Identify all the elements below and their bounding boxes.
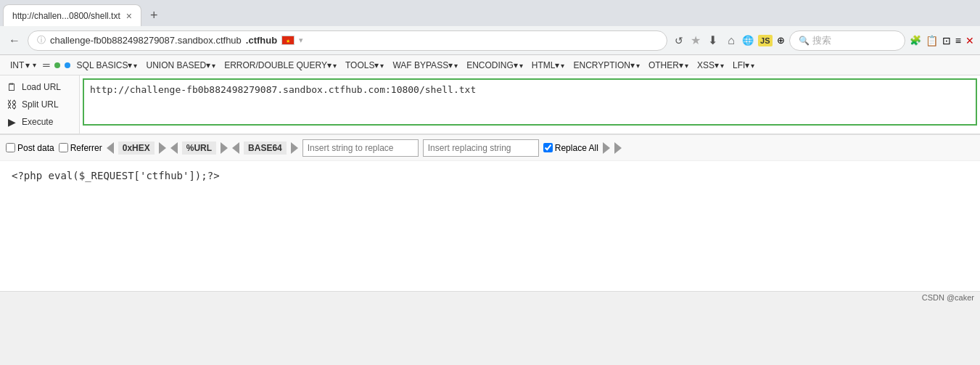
- globe-icon[interactable]: 🌐: [742, 35, 754, 46]
- search-icon: 🔍: [799, 36, 810, 46]
- sidebar-icon[interactable]: ⊡: [942, 35, 951, 46]
- base64-label: BASE64: [244, 142, 287, 155]
- execute-label: Execute: [22, 117, 53, 127]
- load-url-label: Load URL: [22, 82, 61, 92]
- menu-html[interactable]: HTML▾: [527, 59, 569, 72]
- execute-icon: ▶: [6, 116, 17, 128]
- split-url-label: Split URL: [22, 99, 59, 110]
- blue-dot: [65, 62, 70, 68]
- url-input[interactable]: http://challenge-fb0b882498279087.sandbo…: [83, 78, 977, 126]
- url-label: %URL: [182, 142, 216, 155]
- green-dot: [54, 62, 60, 68]
- reload-button[interactable]: ↺: [672, 33, 686, 48]
- hackbar-menu: INT▾ ═ SQL BASICS▾ UNION BASED▾ ERROR/DO…: [0, 55, 980, 75]
- menu-xss[interactable]: XSS▾: [693, 59, 728, 72]
- post-data-checkbox-label[interactable]: Post data: [6, 143, 54, 153]
- download-button[interactable]: ⬇: [705, 32, 720, 49]
- base64-arrow-left[interactable]: [232, 142, 239, 154]
- browser-tab[interactable]: http://challen...0800/shell.txt ×: [3, 4, 141, 26]
- search-placeholder: 搜索: [812, 34, 831, 47]
- menu-eq: ═: [41, 60, 52, 70]
- search-box[interactable]: 🔍 搜索: [789, 30, 905, 51]
- hackbar-bottom-toolbar: Post data Referrer 0xHEX %URL BASE64 Rep…: [0, 134, 980, 160]
- menu-waf-bypass[interactable]: WAF BYPASS▾: [388, 59, 462, 72]
- execute-button[interactable]: ▶ Execute: [0, 113, 79, 131]
- back-button[interactable]: ←: [6, 33, 23, 49]
- content-area: <?php eval($_REQUEST['ctfhub']);?>: [0, 160, 980, 291]
- insert-string-to-replace-input[interactable]: [302, 139, 419, 157]
- replace-arrow-right-1[interactable]: [603, 142, 610, 154]
- menu-sql-basics[interactable]: SQL BASICS▾: [73, 59, 142, 72]
- address-field[interactable]: ⓘ challenge-fb0b882498279087.sandbox.ctf…: [28, 30, 667, 51]
- replace-all-label[interactable]: Replace All: [543, 143, 598, 153]
- content-text: <?php eval($_REQUEST['ctfhub']);?>: [12, 170, 220, 181]
- hackbar-sidebar: 🗒 Load URL ⛓ Split URL ▶ Execute: [0, 75, 80, 134]
- replace-all-checkbox[interactable]: [543, 143, 553, 152]
- share-icon[interactable]: 📋: [926, 35, 938, 46]
- menu-int[interactable]: INT▾: [6, 59, 41, 72]
- bookmark-icon[interactable]: ★: [691, 33, 701, 47]
- status-text: CSDN @caker: [922, 293, 974, 302]
- new-tab-button[interactable]: +: [144, 4, 164, 26]
- referrer-checkbox-label[interactable]: Referrer: [59, 143, 102, 153]
- home-button[interactable]: ⌂: [725, 33, 738, 49]
- tab-title: http://challen...0800/shell.txt: [12, 11, 120, 21]
- menu-other[interactable]: OTHER▾: [644, 59, 693, 72]
- info-icon: ⓘ: [37, 34, 46, 46]
- status-bar: CSDN @caker: [0, 291, 980, 307]
- insert-replacing-string-input[interactable]: [423, 139, 539, 157]
- hex-label: 0xHEX: [118, 142, 155, 155]
- china-flag-icon: ★: [281, 36, 295, 45]
- extension-icon[interactable]: ⊕: [777, 35, 785, 46]
- close-icon[interactable]: ✕: [965, 35, 974, 46]
- menu-tools[interactable]: TOOLS▾: [341, 59, 388, 72]
- hex-arrow-left[interactable]: [107, 142, 114, 154]
- base64-arrow-right[interactable]: [291, 142, 298, 154]
- menu-encryption[interactable]: ENCRYPTION▾: [569, 59, 643, 72]
- tab-close-button[interactable]: ×: [126, 10, 132, 22]
- hex-arrow-right[interactable]: [159, 142, 166, 154]
- load-url-button[interactable]: 🗒 Load URL: [0, 78, 79, 96]
- hackbar-main: 🗒 Load URL ⛓ Split URL ▶ Execute http://…: [0, 75, 980, 134]
- split-url-icon: ⛓: [6, 99, 17, 110]
- address-text: challenge-fb0b882498279087.sandbox.ctfhu…: [50, 35, 242, 46]
- referrer-checkbox[interactable]: [59, 143, 68, 152]
- more-menu-button[interactable]: ≡: [955, 35, 961, 46]
- load-url-icon: 🗒: [6, 81, 17, 93]
- url-arrow-right[interactable]: [221, 142, 228, 154]
- address-domain-bold: .ctfhub: [246, 35, 277, 46]
- hackbar-url-area: http://challenge-fb0b882498279087.sandbo…: [80, 75, 980, 134]
- menu-lfi[interactable]: LFI▾: [728, 59, 759, 72]
- post-data-checkbox[interactable]: [6, 143, 15, 152]
- menu-encoding[interactable]: ENCODING▾: [462, 59, 527, 72]
- address-bar: ← ⓘ challenge-fb0b882498279087.sandbox.c…: [0, 26, 980, 55]
- split-url-button[interactable]: ⛓ Split URL: [0, 96, 79, 113]
- url-arrow-left[interactable]: [170, 142, 178, 154]
- puzzle-icon[interactable]: 🧩: [910, 35, 921, 46]
- menu-error-double[interactable]: ERROR/DOUBLE QUERY▾: [220, 59, 341, 72]
- menu-union-based[interactable]: UNION BASED▾: [141, 59, 220, 72]
- dropdown-icon[interactable]: ▾: [299, 36, 303, 45]
- replace-arrow-right-2[interactable]: [614, 142, 622, 154]
- js-badge: JS: [758, 35, 773, 46]
